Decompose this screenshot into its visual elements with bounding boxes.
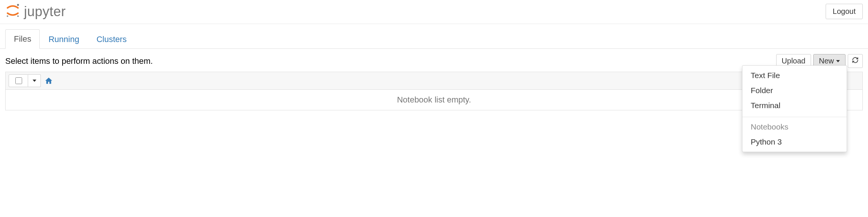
menu-item-terminal[interactable]: Terminal — [742, 98, 847, 110]
instruction-text: Select items to perform actions on them. — [5, 56, 153, 66]
tab-clusters[interactable]: Clusters — [88, 30, 135, 49]
svg-point-2 — [17, 15, 19, 17]
app-header: jupyter Logout — [0, 0, 868, 24]
new-button-label: New — [819, 57, 834, 65]
select-all-checkbox[interactable] — [15, 77, 22, 84]
select-all-dropdown[interactable] — [28, 74, 41, 87]
breadcrumb-home[interactable] — [45, 77, 53, 85]
select-all-checkbox-wrap[interactable] — [9, 74, 28, 87]
caret-down-icon — [836, 60, 840, 62]
refresh-button[interactable] — [848, 54, 863, 68]
brand-text: jupyter — [24, 4, 66, 20]
file-list-header — [5, 72, 863, 90]
notebook-list-empty: Notebook list empty. — [5, 90, 863, 110]
menu-item-text-file[interactable]: Text File — [742, 68, 847, 83]
tab-bar: Files Running Clusters — [0, 29, 868, 49]
jupyter-logo-icon — [5, 3, 20, 20]
svg-point-0 — [17, 4, 19, 6]
svg-point-1 — [7, 15, 8, 17]
toolbar: Select items to perform actions on them.… — [0, 49, 868, 72]
menu-item-folder[interactable]: Folder — [742, 83, 847, 98]
tab-files[interactable]: Files — [5, 29, 40, 49]
logo[interactable]: jupyter — [5, 3, 66, 20]
caret-down-icon — [33, 80, 36, 82]
logout-button[interactable]: Logout — [826, 4, 863, 19]
new-dropdown-menu: Text File Folder Terminal Notebooks Pyth… — [742, 65, 847, 110]
refresh-icon — [852, 57, 859, 65]
select-all-group — [9, 74, 41, 87]
tab-running[interactable]: Running — [40, 30, 88, 49]
